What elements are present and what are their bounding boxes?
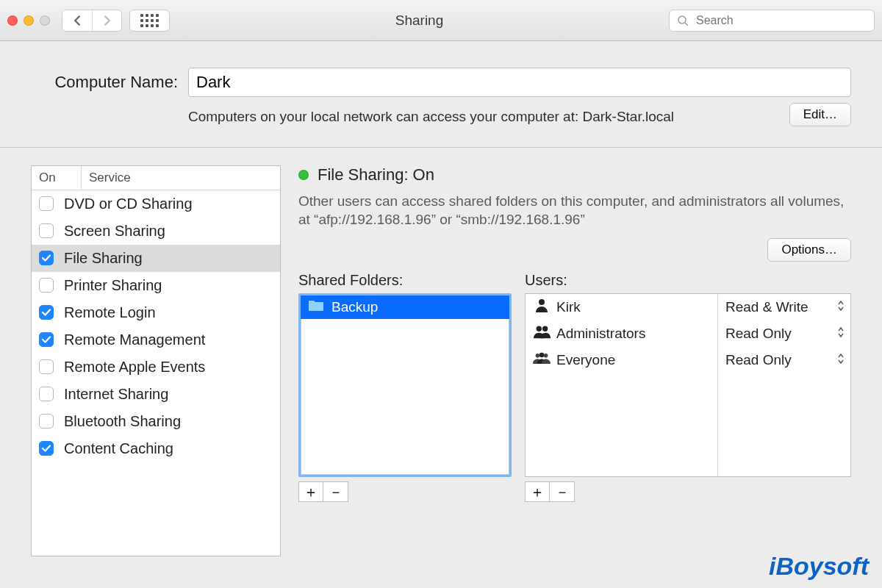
user-name: Administrators bbox=[556, 326, 645, 342]
svg-point-4 bbox=[542, 326, 548, 331]
service-checkbox[interactable] bbox=[39, 441, 54, 456]
user-icon bbox=[533, 351, 551, 369]
computer-name-input[interactable] bbox=[188, 68, 851, 97]
user-row[interactable]: Administrators bbox=[526, 320, 717, 347]
service-row[interactable]: Remote Apple Events bbox=[32, 354, 280, 381]
remove-user-button[interactable]: － bbox=[550, 481, 575, 502]
service-row[interactable]: File Sharing bbox=[32, 245, 280, 272]
permission-row[interactable]: Read Only bbox=[718, 320, 850, 347]
watermark-text: iBoysoft bbox=[769, 552, 869, 581]
sharing-body: On Service DVD or CD SharingScreen Shari… bbox=[0, 148, 882, 556]
service-checkbox[interactable] bbox=[39, 305, 54, 320]
svg-point-5 bbox=[536, 354, 540, 358]
window-toolbar: Sharing bbox=[0, 0, 882, 41]
service-checkbox[interactable] bbox=[39, 278, 54, 293]
user-icon bbox=[533, 324, 551, 343]
service-row[interactable]: Internet Sharing bbox=[32, 381, 280, 408]
chevron-left-icon bbox=[72, 15, 82, 26]
service-label: Internet Sharing bbox=[64, 386, 168, 403]
user-name: Kirk bbox=[556, 299, 581, 315]
service-row[interactable]: Content Caching bbox=[32, 435, 280, 462]
services-header-service: Service bbox=[82, 166, 138, 190]
permission-row[interactable]: Read Only bbox=[718, 347, 850, 373]
services-header-on: On bbox=[32, 166, 82, 190]
user-name: Everyone bbox=[556, 352, 615, 368]
service-label: File Sharing bbox=[64, 250, 143, 267]
forward-button[interactable] bbox=[92, 10, 121, 31]
sharing-prefpane-window: Sharing Computer Name: Computers on your… bbox=[0, 0, 882, 588]
svg-point-0 bbox=[678, 16, 686, 24]
permission-row[interactable]: Read & Write bbox=[718, 294, 850, 320]
search-icon bbox=[677, 15, 689, 26]
permission-stepper-icon[interactable] bbox=[837, 299, 845, 315]
user-icon bbox=[533, 298, 551, 316]
status-indicator-icon bbox=[298, 170, 309, 180]
chevron-right-icon bbox=[102, 15, 112, 26]
svg-point-6 bbox=[539, 353, 544, 357]
shared-folder-name: Backup bbox=[331, 299, 378, 315]
permission-value: Read & Write bbox=[725, 299, 808, 315]
status-description: Other users can access shared folders on… bbox=[298, 192, 851, 229]
service-row[interactable]: Screen Sharing bbox=[32, 218, 280, 245]
service-checkbox[interactable] bbox=[39, 332, 54, 347]
window-controls bbox=[7, 15, 50, 26]
shared-folders-label: Shared Folders: bbox=[298, 272, 512, 289]
service-label: Bluetooth Sharing bbox=[64, 413, 181, 430]
service-checkbox[interactable] bbox=[39, 387, 54, 401]
status-title: File Sharing: On bbox=[318, 165, 434, 184]
service-row[interactable]: DVD or CD Sharing bbox=[32, 190, 280, 218]
permission-value: Read Only bbox=[725, 352, 792, 368]
service-label: DVD or CD Sharing bbox=[64, 196, 193, 212]
remove-folder-button[interactable]: － bbox=[323, 481, 348, 502]
svg-line-1 bbox=[685, 23, 688, 26]
service-row[interactable]: Printer Sharing bbox=[32, 272, 280, 299]
svg-point-7 bbox=[544, 354, 548, 358]
add-folder-button[interactable]: ＋ bbox=[298, 481, 323, 502]
folder-icon bbox=[308, 298, 324, 315]
shared-folders-controls: ＋ － bbox=[298, 481, 512, 502]
services-table: On Service DVD or CD SharingScreen Shari… bbox=[31, 165, 281, 556]
permission-value: Read Only bbox=[725, 326, 792, 342]
zoom-window-button bbox=[40, 15, 50, 26]
service-row[interactable]: Remote Login bbox=[32, 299, 280, 326]
permission-stepper-icon[interactable] bbox=[837, 326, 845, 342]
user-row[interactable]: Kirk bbox=[526, 294, 717, 320]
service-label: Remote Management bbox=[64, 331, 205, 348]
nav-back-forward bbox=[62, 10, 122, 32]
shared-folder-row[interactable]: Backup bbox=[301, 295, 509, 319]
shared-folders-list[interactable]: Backup bbox=[298, 293, 512, 477]
svg-point-3 bbox=[537, 326, 542, 331]
services-header: On Service bbox=[32, 166, 280, 190]
service-checkbox[interactable] bbox=[39, 223, 54, 238]
service-checkbox[interactable] bbox=[39, 359, 54, 374]
service-label: Printer Sharing bbox=[64, 277, 162, 294]
service-row[interactable]: Remote Management bbox=[32, 326, 280, 354]
edit-hostname-button[interactable]: Edit… bbox=[789, 103, 851, 126]
service-checkbox[interactable] bbox=[39, 414, 54, 429]
service-details: File Sharing: On Other users can access … bbox=[298, 165, 851, 556]
search-field[interactable] bbox=[669, 10, 875, 32]
user-row[interactable]: Everyone bbox=[526, 347, 717, 373]
service-checkbox[interactable] bbox=[39, 251, 54, 265]
window-title: Sharing bbox=[177, 12, 662, 29]
service-checkbox[interactable] bbox=[39, 196, 54, 211]
computer-name-description: Computers on your local network can acce… bbox=[188, 107, 748, 126]
permission-stepper-icon[interactable] bbox=[837, 352, 845, 368]
apps-grid-icon bbox=[140, 14, 159, 27]
service-label: Remote Apple Events bbox=[64, 359, 205, 376]
status-row: File Sharing: On bbox=[298, 165, 851, 184]
users-label: Users: bbox=[525, 272, 851, 289]
back-button[interactable] bbox=[62, 10, 92, 31]
users-list: KirkAdministratorsEveryone Read & WriteR… bbox=[525, 293, 851, 477]
add-user-button[interactable]: ＋ bbox=[525, 481, 550, 502]
svg-point-2 bbox=[539, 299, 545, 305]
services-rows: DVD or CD SharingScreen SharingFile Shar… bbox=[32, 190, 280, 556]
show-all-button[interactable] bbox=[129, 10, 170, 32]
users-controls: ＋ － bbox=[525, 481, 851, 502]
options-button[interactable]: Options… bbox=[767, 238, 851, 262]
search-input[interactable] bbox=[695, 13, 867, 28]
minimize-window-button[interactable] bbox=[24, 15, 34, 26]
service-row[interactable]: Bluetooth Sharing bbox=[32, 408, 280, 435]
service-label: Content Caching bbox=[64, 440, 173, 457]
close-window-button[interactable] bbox=[7, 15, 18, 26]
